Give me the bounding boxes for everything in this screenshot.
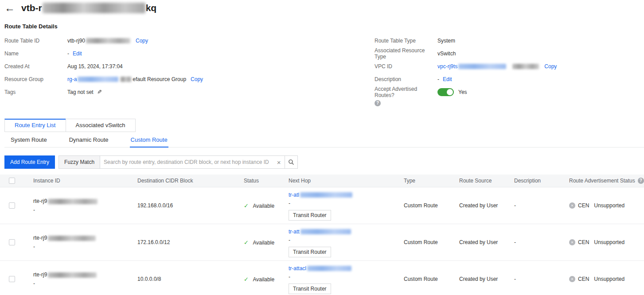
accept-advertised-routes-toggle[interactable]	[437, 88, 454, 96]
table-row: rte-rj9 - 10.0.0.0/8 ✓ Available tr-atta…	[0, 261, 644, 295]
row-checkbox[interactable]	[9, 202, 15, 209]
unsupported-icon: ×	[569, 202, 575, 209]
row-checkbox[interactable]	[9, 276, 15, 282]
next-hop-sub: -	[289, 199, 404, 208]
next-hop-link-prefix[interactable]: tr-att	[289, 228, 300, 236]
redacted-instance-id	[48, 199, 98, 204]
route-table-id-prefix: vtb-rj90	[67, 38, 85, 44]
col-header-destination-cidr: Destination CIDR Block	[137, 178, 244, 184]
unsupported-icon: ×	[569, 276, 575, 282]
detail-row-description: Description - Edit	[375, 73, 644, 85]
subtab-bar: System Route Dynamic Route Custom Route	[4, 132, 644, 148]
detail-row-created-at: Created At Aug 15, 2024, 17:37:04	[4, 60, 375, 73]
status-check-icon: ✓	[244, 239, 249, 246]
table-row: rte-rj9 - 172.16.0.0/12 ✓ Available tr-a…	[0, 224, 644, 261]
route-type: Custom Route	[404, 239, 459, 245]
add-route-entry-button[interactable]: Add Route Entry	[4, 155, 55, 169]
detail-row-route-table-type: Route Table Type System	[375, 34, 644, 47]
next-hop-link-prefix[interactable]: tr-attacl	[289, 264, 306, 272]
next-hop-link-prefix[interactable]: tr-atl	[289, 191, 299, 199]
route-type: Custom Route	[404, 276, 459, 282]
created-at-value: Aug 15, 2024, 17:37:04	[67, 63, 123, 70]
next-hop-type-badge: Transit Router	[289, 283, 331, 294]
details-heading: Route Table Details	[4, 23, 644, 30]
search-input[interactable]	[100, 156, 273, 168]
toolbar: Add Route Entry Fuzzy Match ×	[4, 155, 644, 169]
edit-tags-icon[interactable]: ✎	[97, 89, 102, 95]
match-mode-selector[interactable]: Fuzzy Match	[59, 156, 100, 168]
route-source: Created by User	[459, 239, 514, 245]
redacted-instance-id	[48, 272, 97, 278]
page-title-prefix: vtb-r	[21, 3, 42, 13]
redacted-vpc-id	[458, 64, 506, 69]
detail-row-resource-group: Resource Group rg-a efault Resource Grou…	[4, 73, 375, 85]
route-table-type-value: System	[437, 38, 455, 44]
copy-vpc-id-link[interactable]: Copy	[544, 63, 557, 70]
status-text: Available	[253, 276, 274, 283]
redacted-instance-id	[48, 236, 96, 241]
toggle-state-label: Yes	[458, 89, 467, 95]
redacted-resource-group-id	[78, 77, 118, 82]
name-value: -	[67, 50, 69, 57]
detail-row-tags: Tags Tag not set ✎	[4, 85, 375, 98]
detail-row-associated-resource-type: Associated Resource Type vSwitch	[375, 47, 644, 60]
instance-id-prefix: rte-rj9	[33, 198, 47, 204]
adv-scope: CEN	[578, 276, 589, 282]
tab-associated-vswitch[interactable]: Associated vSwitch	[66, 119, 136, 132]
instance-id-prefix: rte-rj9	[33, 235, 47, 241]
row-checkbox[interactable]	[9, 239, 15, 245]
tab-route-entry-list[interactable]: Route Entry List	[4, 119, 66, 132]
adv-status: Unsupported	[594, 239, 624, 245]
search-icon	[288, 159, 294, 165]
table-row: rte-rj9 - 192.168.0.0/16 ✓ Available tr-…	[0, 187, 644, 224]
route-source: Created by User	[459, 202, 514, 209]
detail-row-route-table-id: Route Table ID vtb-rj90 Copy	[4, 34, 375, 47]
col-header-route-advertisement-status: Route Advertisement Status	[569, 178, 635, 184]
advertisement-status-help-icon[interactable]: ?	[638, 178, 644, 184]
next-hop-sub: -	[289, 272, 404, 281]
copy-resource-group-link[interactable]: Copy	[191, 76, 203, 82]
copy-route-table-id-link[interactable]: Copy	[136, 38, 148, 44]
destination-cidr: 10.0.0.0/8	[137, 276, 244, 282]
status-text: Available	[253, 240, 274, 246]
help-icon[interactable]: ?	[375, 100, 381, 106]
col-header-description: Description	[514, 178, 569, 184]
subtab-system-route[interactable]: System Route	[10, 132, 48, 147]
status-text: Available	[253, 203, 274, 209]
redacted-route-table-id	[86, 38, 130, 43]
status-check-icon: ✓	[244, 202, 249, 209]
redacted-resource-group-gap	[120, 77, 132, 82]
vpc-id-link-prefix[interactable]: vpc-rj9ts	[437, 63, 457, 70]
edit-name-link[interactable]: Edit	[73, 50, 82, 57]
adv-scope: CEN	[578, 202, 589, 209]
instance-sub: -	[33, 242, 137, 251]
clear-search-icon[interactable]: ×	[273, 156, 285, 168]
back-icon[interactable]: ←	[4, 3, 15, 13]
adv-status: Unsupported	[594, 202, 624, 209]
instance-id-prefix: rte-rj9	[33, 272, 47, 278]
subtab-dynamic-route[interactable]: Dynamic Route	[68, 132, 109, 147]
col-header-instance-id: Instance ID	[33, 178, 137, 184]
edit-description-link[interactable]: Edit	[443, 76, 452, 82]
next-hop-type-badge: Transit Router	[289, 247, 331, 257]
detail-label: Description	[375, 76, 437, 82]
destination-cidr: 172.16.0.0/12	[137, 239, 244, 245]
redacted-next-hop-id	[300, 192, 352, 198]
route-description: -	[514, 276, 569, 282]
tab-bar: Route Entry List Associated vSwitch	[4, 119, 644, 132]
adv-status: Unsupported	[594, 276, 624, 282]
subtab-custom-route[interactable]: Custom Route	[130, 132, 168, 148]
search-bar: Fuzzy Match ×	[59, 155, 298, 169]
status-check-icon: ✓	[244, 276, 249, 283]
detail-row-vpc-id: VPC ID vpc-rj9ts Copy	[375, 60, 644, 73]
description-value: -	[437, 76, 439, 82]
resource-group-link-prefix[interactable]: rg-a	[67, 76, 77, 82]
details-panel: Route Table ID vtb-rj90 Copy Name - Edit…	[4, 34, 644, 108]
search-button[interactable]	[285, 156, 297, 168]
col-header-type: Type	[404, 178, 459, 184]
detail-label: Created At	[4, 63, 67, 70]
detail-label: Tags	[4, 89, 67, 95]
resource-group-name: efault Resource Group	[133, 76, 186, 82]
select-all-checkbox[interactable]	[9, 178, 15, 184]
detail-label: Resource Group	[4, 76, 67, 82]
